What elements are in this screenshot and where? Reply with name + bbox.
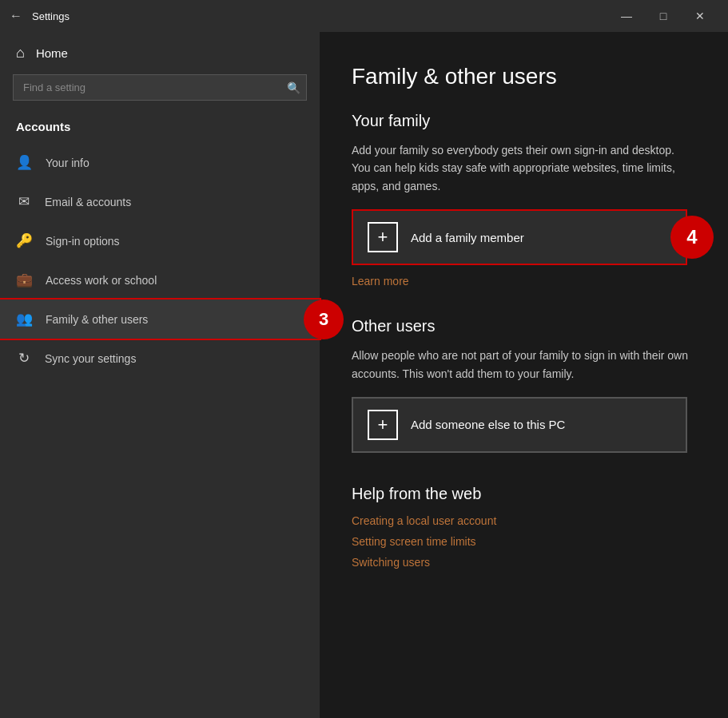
help-section: Help from the web Creating a local user … — [352, 485, 696, 569]
page-title: Family & other users — [352, 64, 696, 89]
family-icon: 👥 — [16, 311, 33, 327]
learn-more-link[interactable]: Learn more — [352, 275, 409, 288]
back-button[interactable]: ← — [10, 9, 22, 23]
sidebar-home[interactable]: ⌂ Home — [0, 32, 320, 74]
help-link-2[interactable]: Switching users — [352, 556, 696, 569]
main-layout: ⌂ Home 🔍 Accounts 👤 Your info ✉ Email & … — [0, 32, 728, 718]
sidebar-item-access-work-school[interactable]: 💼 Access work or school — [0, 260, 320, 299]
plus-icon: + — [368, 222, 398, 252]
work-icon: 💼 — [16, 272, 33, 288]
add-family-button[interactable]: + Add a family member 4 — [352, 209, 687, 265]
other-users-desc: Allow people who are not part of your fa… — [352, 347, 696, 383]
family-badge: 3 — [304, 299, 344, 339]
maximize-button[interactable]: □ — [645, 0, 682, 32]
help-title: Help from the web — [352, 485, 696, 503]
sidebar-item-sync-settings[interactable]: ↻ Sync your settings — [0, 339, 320, 378]
add-family-label: Add a family member — [411, 231, 524, 244]
sidebar-section-label: Accounts — [0, 113, 320, 143]
sync-icon: ↻ — [16, 350, 32, 367]
sidebar-item-label-your-info: Your info — [46, 157, 90, 169]
sidebar-item-your-info[interactable]: 👤 Your info — [0, 143, 320, 182]
search-box: 🔍 — [13, 74, 307, 101]
sidebar-home-label: Home — [36, 46, 68, 60]
email-icon: ✉ — [16, 193, 32, 210]
sidebar-item-label-sign-in: Sign-in options — [46, 235, 120, 248]
sidebar: ⌂ Home 🔍 Accounts 👤 Your info ✉ Email & … — [0, 32, 320, 718]
sidebar-item-email-accounts[interactable]: ✉ Email & accounts — [0, 182, 320, 221]
add-family-badge: 4 — [670, 216, 714, 259]
other-users-section: Other users Allow people who are not par… — [352, 317, 696, 453]
help-link-0[interactable]: Creating a local user account — [352, 514, 696, 527]
close-button[interactable]: ✕ — [682, 0, 718, 32]
sidebar-item-family-other-users[interactable]: 👥 Family & other users 3 — [0, 299, 320, 339]
add-other-button[interactable]: + Add someone else to this PC — [352, 397, 687, 453]
minimize-button[interactable]: — — [608, 0, 645, 32]
home-icon: ⌂ — [16, 45, 25, 61]
your-info-icon: 👤 — [16, 154, 33, 171]
sign-in-icon: 🔑 — [16, 232, 33, 249]
your-family-desc: Add your family so everybody gets their … — [352, 141, 696, 195]
search-icon[interactable]: 🔍 — [287, 81, 300, 94]
sidebar-item-sign-in-options[interactable]: 🔑 Sign-in options — [0, 221, 320, 260]
sidebar-item-label-email-accounts: Email & accounts — [45, 196, 131, 208]
sidebar-item-label-family: Family & other users — [46, 313, 148, 326]
help-link-1[interactable]: Setting screen time limits — [352, 535, 696, 548]
content-area: Family & other users Your family Add you… — [320, 32, 728, 718]
your-family-title: Your family — [352, 112, 696, 130]
sidebar-item-label-access-work: Access work or school — [46, 274, 157, 287]
add-other-label: Add someone else to this PC — [411, 418, 565, 431]
title-bar: ← Settings — □ ✕ — [0, 0, 728, 32]
add-family-wrapper: + Add a family member 4 — [352, 209, 687, 265]
window-controls: — □ ✕ — [608, 0, 718, 32]
plus-icon-other: + — [368, 410, 398, 440]
sidebar-item-label-sync: Sync your settings — [45, 352, 136, 365]
search-input[interactable] — [13, 74, 307, 101]
other-users-title: Other users — [352, 317, 696, 335]
app-title: Settings — [32, 10, 608, 22]
